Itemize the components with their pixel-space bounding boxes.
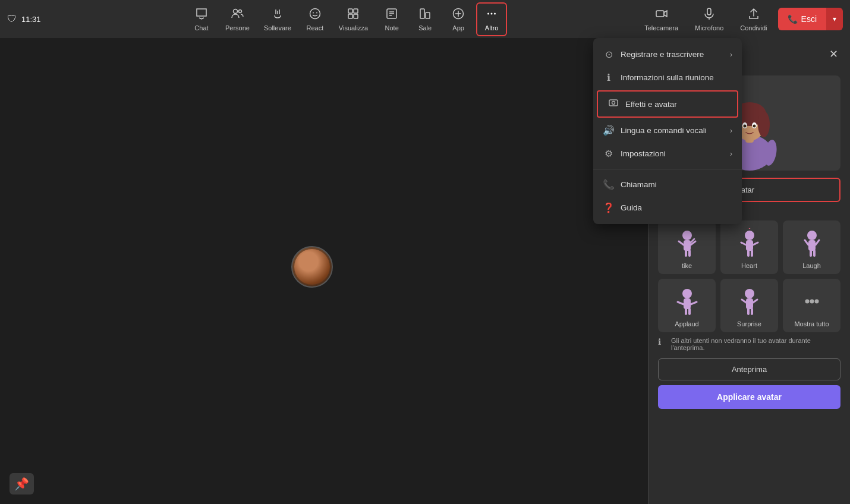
- svg-rect-59: [747, 308, 750, 315]
- telecamera-button[interactable]: Telecamera: [638, 4, 684, 35]
- apply-avatar-button[interactable]: Applicare avatar: [658, 385, 840, 409]
- nav-item-chat[interactable]: Chat: [186, 4, 217, 35]
- menu-item-language[interactable]: 🔊 Lingua e comandi vocali ›: [593, 119, 742, 142]
- svg-rect-51: [810, 250, 812, 257]
- svg-point-18: [487, 12, 489, 14]
- svg-rect-56: [688, 308, 691, 315]
- settings-icon: ⚙: [603, 148, 615, 159]
- info-circle-icon: ℹ: [658, 337, 668, 346]
- app-icon: [452, 7, 465, 23]
- svg-rect-13: [420, 9, 424, 18]
- svg-rect-55: [685, 308, 687, 315]
- svg-point-25: [612, 102, 615, 105]
- menu-item-info[interactable]: ℹ Informazioni sulla riunione: [593, 66, 742, 89]
- svg-point-32: [758, 111, 770, 137]
- end-call-button[interactable]: 📞 Esci: [778, 8, 826, 30]
- nav-item-app[interactable]: App: [443, 4, 474, 35]
- reactions-section: ▾ Reazioni dell'avatar: [648, 207, 850, 332]
- svg-rect-21: [656, 11, 664, 17]
- reaction-more-icon: [799, 286, 825, 317]
- menu-item-help[interactable]: ❓ Guida: [593, 196, 742, 219]
- svg-rect-46: [746, 240, 753, 251]
- chevron-record-icon: ›: [730, 51, 732, 59]
- shield-icon: 🛡: [7, 14, 17, 24]
- visualizza-icon: [347, 7, 360, 23]
- ctrl-label-telecamera: Telecamera: [644, 24, 678, 32]
- preview-button[interactable]: Anteprima: [658, 358, 840, 380]
- svg-point-19: [491, 12, 493, 14]
- nav-label-chat: Chat: [194, 24, 208, 32]
- svg-rect-54: [684, 298, 691, 309]
- nav-item-sollevare[interactable]: Sollevare: [258, 4, 297, 35]
- note-icon: [385, 7, 398, 23]
- nav-item-note[interactable]: Note: [376, 4, 407, 35]
- info-icon: ℹ: [603, 72, 615, 83]
- reaction-heart[interactable]: Heart: [720, 220, 778, 274]
- avatar-face: [294, 249, 330, 285]
- svg-rect-24: [609, 100, 618, 106]
- menu-label-info: Informazioni sulla riunione: [621, 73, 714, 82]
- persone-icon: [231, 7, 244, 23]
- reaction-applaud-label: Applaud: [675, 320, 698, 327]
- reaction-tike[interactable]: tike: [658, 220, 716, 274]
- altro-icon: [485, 7, 498, 23]
- avatar-close-button[interactable]: ✕: [827, 45, 840, 63]
- menu-item-settings[interactable]: ⚙ Impostazioni ›: [593, 142, 742, 165]
- chat-icon: [195, 7, 208, 23]
- info-text-label: Gli altri utenti non vedranno il tuo ava…: [671, 337, 840, 351]
- microfono-button[interactable]: Microfono: [689, 4, 729, 35]
- menu-item-call[interactable]: 📞 Chiamami: [593, 173, 742, 196]
- nav-item-sale[interactable]: Sale: [410, 4, 440, 35]
- chevron-language-icon: ›: [730, 127, 732, 135]
- time-area: 🛡 11:31: [7, 14, 55, 24]
- reaction-heart-icon: [736, 228, 763, 259]
- reaction-more[interactable]: Mostra tutto: [783, 279, 840, 332]
- phone-icon: 📞: [788, 14, 798, 24]
- nav-item-visualizza[interactable]: Visualizza: [333, 4, 374, 35]
- pin-icon[interactable]: 📌: [10, 473, 34, 494]
- reaction-laugh[interactable]: Laugh: [783, 220, 840, 274]
- topbar: 🛡 11:31 Chat Persone Sollevare: [0, 0, 850, 38]
- menu-divider: [593, 169, 742, 169]
- reactions-grid: tike Heart: [658, 220, 840, 332]
- svg-rect-22: [707, 8, 711, 15]
- svg-point-41: [682, 231, 692, 240]
- menu-label-language: Lingua e comandi vocali: [621, 126, 707, 135]
- svg-point-36: [753, 125, 755, 128]
- condividi-button[interactable]: Condividi: [734, 4, 773, 35]
- end-call-label: Esci: [801, 14, 817, 24]
- nav-item-persone[interactable]: Persone: [219, 4, 256, 35]
- nav-item-react[interactable]: React: [300, 4, 330, 35]
- time-display: 11:31: [21, 15, 41, 24]
- end-call-chevron[interactable]: ▾: [826, 8, 843, 30]
- microfono-icon: [703, 7, 716, 23]
- nav-item-altro[interactable]: Altro: [476, 2, 507, 36]
- reaction-tike-icon: [674, 228, 700, 259]
- center-avatar: [291, 246, 333, 288]
- svg-point-3: [313, 12, 314, 13]
- svg-rect-58: [746, 298, 753, 309]
- sollevare-icon: [271, 7, 284, 23]
- reaction-laugh-label: Laugh: [802, 262, 821, 269]
- preview-label: Anteprima: [732, 365, 767, 374]
- svg-rect-48: [751, 250, 753, 257]
- right-controls: Telecamera Microfono Condividi 📞 Esci ▾: [638, 4, 843, 35]
- svg-rect-42: [684, 240, 691, 251]
- reaction-heart-label: Heart: [741, 262, 757, 269]
- svg-point-45: [745, 231, 754, 240]
- menu-item-record[interactable]: ⊙ Registrare e trascrivere ›: [593, 43, 742, 66]
- menu-item-effects[interactable]: Effetti e avatar: [597, 90, 738, 118]
- reaction-applaud[interactable]: Applaud: [658, 279, 716, 332]
- svg-rect-60: [751, 308, 753, 315]
- svg-rect-43: [685, 250, 687, 257]
- nav-icons: Chat Persone Sollevare React: [186, 2, 507, 36]
- svg-rect-7: [348, 14, 352, 18]
- dropdown-menu: ⊙ Registrare e trascrivere › ℹ Informazi…: [593, 38, 742, 224]
- reaction-laugh-icon: [799, 228, 825, 259]
- language-icon: 🔊: [603, 125, 615, 136]
- effects-icon: [607, 97, 619, 111]
- menu-label-effects: Effetti e avatar: [625, 100, 677, 109]
- svg-rect-5: [348, 9, 352, 13]
- reaction-surprise[interactable]: Surprise: [720, 279, 778, 332]
- sale-icon: [418, 7, 432, 23]
